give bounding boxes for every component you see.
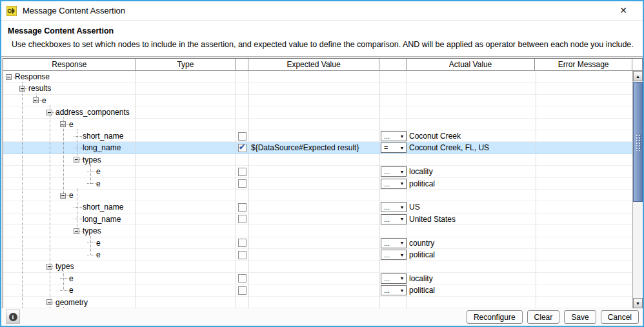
tree-row-types[interactable]: types <box>3 225 634 237</box>
expected-value-cell[interactable] <box>249 71 380 83</box>
operator-dropdown[interactable]: ...▼ <box>381 166 407 177</box>
include-checkbox[interactable] <box>238 286 247 295</box>
expected-value-cell[interactable] <box>249 284 380 296</box>
tree-row-geometry[interactable]: geometry <box>3 297 634 308</box>
footer-bar: i ReconfigureClearSaveCancel <box>1 308 643 326</box>
collapse-icon[interactable] <box>19 86 25 92</box>
expected-value-cell[interactable] <box>249 225 380 237</box>
expected-value-cell[interactable] <box>249 249 380 261</box>
operator-dropdown[interactable]: ...▼ <box>381 250 407 260</box>
type-cell <box>136 95 236 106</box>
include-checkbox[interactable] <box>238 179 247 188</box>
include-checkbox[interactable] <box>238 251 247 259</box>
node-label: address_components <box>55 108 130 117</box>
tree-row-long_name[interactable]: long_name✔${DataSource#Expected result}=… <box>3 142 634 154</box>
tree-row-e[interactable]: e <box>3 95 634 106</box>
operator-dropdown[interactable]: ...▼ <box>381 131 407 141</box>
tree-row-e[interactable]: e...▼political <box>3 249 634 261</box>
scroll-up-button[interactable]: ▲ <box>633 71 643 81</box>
expected-value-cell[interactable] <box>249 166 380 177</box>
close-icon[interactable]: ✕ <box>619 5 627 15</box>
scroll-down-button[interactable]: ▼ <box>633 298 643 308</box>
tree-connector <box>74 136 82 137</box>
scroll-up-icon: ▲ <box>636 74 640 79</box>
tree-row-e[interactable]: e...▼country <box>3 237 634 249</box>
expected-value-cell[interactable] <box>249 237 380 249</box>
collapse-icon[interactable] <box>46 264 52 270</box>
expected-value-cell[interactable] <box>249 213 380 225</box>
operator-dropdown[interactable]: ...▼ <box>381 202 407 212</box>
collapse-icon[interactable] <box>60 121 66 127</box>
tree-row-Response[interactable]: Response <box>3 71 634 83</box>
expected-value-cell[interactable] <box>249 106 380 118</box>
info-button[interactable]: i <box>6 310 20 324</box>
save-button[interactable]: Save <box>564 310 596 324</box>
include-checkbox[interactable] <box>238 168 247 176</box>
tree-row-e[interactable]: e...▼political <box>3 178 634 190</box>
tree-row-long_name[interactable]: long_name...▼United States <box>3 213 634 225</box>
include-checkbox[interactable] <box>238 203 247 212</box>
tree-row-e[interactable]: e...▼locality <box>3 166 634 177</box>
include-checkbox[interactable]: ✔ <box>238 144 247 152</box>
panel-description: Use checkboxes to set which nodes to inc… <box>12 40 643 49</box>
reconfigure-button[interactable]: Reconfigure <box>467 310 523 324</box>
operator-dropdown[interactable]: ...▼ <box>381 179 407 189</box>
column-header-actual-value[interactable]: Actual Value <box>407 59 536 71</box>
collapse-icon[interactable] <box>33 97 39 103</box>
dialog-title: Message Content Assertion <box>23 6 125 15</box>
collapse-icon[interactable] <box>74 157 79 163</box>
tree-row-types[interactable]: types <box>3 154 634 166</box>
operator-cell <box>380 190 407 201</box>
expected-value-cell[interactable] <box>249 261 380 272</box>
actual-value-cell: Coconut Creek, FL, US <box>407 142 536 154</box>
tree-row-e[interactable]: e <box>3 190 634 201</box>
expected-value-cell[interactable] <box>249 178 380 190</box>
tree-row-short_name[interactable]: short_name...▼Coconut Creek <box>3 130 634 142</box>
expected-value-cell[interactable] <box>249 201 380 213</box>
expected-value-cell[interactable] <box>249 297 380 308</box>
tree-row-address_components[interactable]: address_components <box>3 106 634 118</box>
expected-value-cell[interactable] <box>249 154 380 166</box>
tree-row-types[interactable]: types <box>3 261 634 272</box>
collapse-icon[interactable] <box>74 228 79 234</box>
collapse-icon[interactable] <box>46 110 52 115</box>
collapse-icon[interactable] <box>60 193 66 199</box>
actual-value-cell <box>407 71 536 83</box>
expected-value-cell[interactable] <box>249 130 380 142</box>
tree-row-e[interactable]: e...▼locality <box>3 273 634 284</box>
vertical-scrollbar[interactable]: ▲ ▼ <box>632 71 643 308</box>
include-checkbox[interactable] <box>238 132 247 141</box>
include-checkbox[interactable] <box>238 239 247 247</box>
collapse-icon[interactable] <box>6 74 12 80</box>
error-message-cell <box>536 297 634 308</box>
column-header-expected-value[interactable]: Expected Value <box>248 59 379 71</box>
operator-dropdown[interactable]: ...▼ <box>381 273 407 284</box>
operator-dropdown[interactable]: ...▼ <box>381 214 407 224</box>
collapse-icon[interactable] <box>46 299 52 305</box>
expected-value-cell[interactable] <box>249 273 380 284</box>
tree-connector <box>74 219 82 219</box>
error-message-cell <box>536 178 634 190</box>
column-header-error-message[interactable]: Error Message <box>535 59 632 71</box>
tree-row-e[interactable]: e <box>3 119 634 130</box>
expected-value-cell[interactable] <box>249 83 380 94</box>
operator-dropdown[interactable]: =▼ <box>381 143 407 153</box>
operator-cell: ...▼ <box>380 201 407 213</box>
tree-row-e[interactable]: e...▼political <box>3 284 634 296</box>
tree-row-results[interactable]: results <box>3 83 634 94</box>
operator-dropdown[interactable]: ...▼ <box>381 238 407 248</box>
operator-dropdown[interactable]: ...▼ <box>381 285 407 295</box>
expected-value-cell[interactable] <box>249 119 380 130</box>
scrollbar-thumb[interactable] <box>633 82 643 202</box>
error-message-cell <box>536 190 634 201</box>
expected-value-cell[interactable] <box>249 190 380 201</box>
cancel-button[interactable]: Cancel <box>601 310 639 324</box>
tree-row-short_name[interactable]: short_name...▼US <box>3 201 634 213</box>
expected-value-cell[interactable]: ${DataSource#Expected result} <box>249 142 380 154</box>
column-header-response[interactable]: Response <box>3 59 136 71</box>
clear-button[interactable]: Clear <box>527 310 560 324</box>
include-checkbox[interactable] <box>238 274 247 282</box>
column-header-type[interactable]: Type <box>136 59 236 71</box>
expected-value-cell[interactable] <box>249 95 380 106</box>
include-checkbox[interactable] <box>238 215 247 223</box>
